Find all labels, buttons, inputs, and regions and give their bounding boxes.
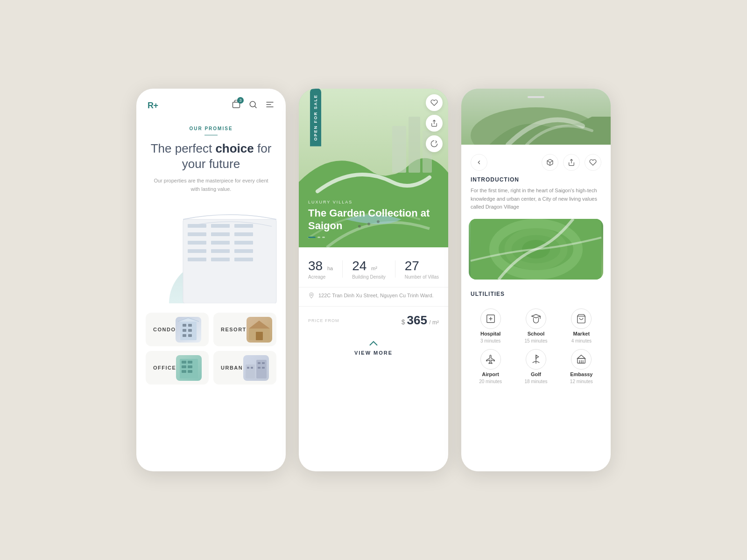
phone1-header: R+ 3 — [136, 89, 286, 117]
cube-icon — [546, 159, 554, 166]
menu-button[interactable] — [265, 101, 275, 110]
acreage-label: Acreage — [308, 274, 333, 280]
3d-view-button[interactable] — [426, 135, 443, 152]
utilities-section: ULTILITIES — [461, 285, 611, 305]
property-address: 122C Tran Dinh Xu Street, Nguyen Cu Trin… — [299, 287, 448, 306]
favorite-button[interactable] — [426, 94, 443, 111]
view-more-button[interactable]: VIEW MORE — [299, 334, 448, 361]
villas-value: 27 — [405, 259, 439, 273]
market-icon — [571, 308, 592, 329]
promise-line — [204, 135, 218, 135]
menu-icon — [265, 101, 275, 108]
utility-school: School 15 minutes — [516, 308, 556, 343]
introduction-section: INTRODUCTION For the first time, right i… — [461, 171, 611, 215]
phone3-share-button[interactable] — [563, 154, 580, 171]
svg-marker-29 — [249, 321, 270, 329]
svg-rect-8 — [234, 224, 253, 228]
phone3-3d-button[interactable] — [542, 154, 558, 171]
cart-badge: 3 — [237, 97, 244, 104]
description: Our properties are the masterpiece for e… — [150, 177, 272, 193]
hospital-icon — [480, 308, 501, 329]
app-logo: R+ — [148, 101, 158, 111]
hero-image-area — [136, 201, 286, 303]
svg-rect-13 — [211, 241, 230, 245]
svg-rect-43 — [262, 362, 265, 364]
svg-rect-22 — [183, 324, 186, 327]
svg-rect-16 — [211, 249, 230, 253]
address-text: 122C Tran Dinh Xu Street, Nguyen Cu Trin… — [318, 293, 434, 298]
svg-rect-20 — [234, 258, 253, 261]
embassy-icon — [571, 349, 592, 370]
search-button[interactable] — [248, 100, 258, 111]
phone3-nav — [461, 145, 611, 171]
svg-rect-53 — [409, 117, 420, 173]
search-icon — [248, 100, 258, 109]
category-office[interactable]: OFFICE — [146, 351, 209, 385]
market-time: 4 minutes — [571, 338, 592, 343]
svg-rect-18 — [188, 258, 206, 261]
category-condo[interactable]: CONDO — [146, 313, 209, 346]
phone3-favorite-button[interactable] — [585, 154, 601, 171]
svg-rect-25 — [188, 329, 192, 332]
svg-rect-34 — [182, 365, 186, 368]
svg-rect-36 — [182, 370, 186, 373]
urban-thumb — [243, 355, 269, 381]
svg-rect-40 — [247, 367, 249, 369]
utilities-grid: Hospital 3 minutes School 15 minutes — [461, 305, 611, 392]
hero-action-buttons — [426, 94, 443, 152]
phone-2: OPEN FOR SALE — [299, 89, 448, 471]
svg-point-1 — [250, 101, 255, 107]
utility-embassy: Embassy 12 minutes — [562, 349, 601, 384]
office-label: OFFICE — [153, 365, 176, 371]
category-urban[interactable]: URBAN — [213, 351, 276, 385]
rotate-icon — [430, 140, 438, 147]
stat-villas: 27 Number of Villas — [405, 259, 439, 280]
phone3-header-image — [461, 89, 611, 145]
view-more-label: VIEW MORE — [354, 350, 393, 356]
golf-time: 18 minutes — [525, 379, 548, 384]
svg-rect-14 — [234, 241, 253, 245]
acreage-value: 38 ha — [308, 259, 333, 273]
svg-rect-32 — [182, 361, 186, 364]
dot-active — [308, 237, 316, 238]
price-value: 365 — [407, 313, 427, 327]
stat-density: 24 m² Building Density — [352, 259, 386, 280]
utility-golf: Golf 18 minutes — [516, 349, 556, 384]
heart-icon — [430, 99, 438, 106]
condo-label: CONDO — [153, 327, 176, 332]
cart-button[interactable]: 3 — [232, 100, 241, 111]
back-button[interactable] — [471, 154, 487, 171]
back-arrow-icon — [476, 159, 482, 166]
svg-rect-38 — [246, 364, 255, 378]
location-icon — [308, 292, 315, 299]
heart-outline-icon — [589, 159, 597, 166]
hero-section: OUR PROMISE The perfect choice foryour f… — [136, 117, 286, 201]
stat-acreage: 38 ha Acreage — [308, 259, 333, 280]
carousel-dots — [308, 237, 448, 238]
office-icon — [176, 355, 202, 381]
category-resort[interactable]: RESORT — [213, 313, 276, 346]
svg-rect-30 — [256, 332, 263, 340]
hero-text: LUXURY VILLAS The Garden Collection at S… — [308, 200, 448, 238]
dot-1 — [317, 237, 320, 238]
svg-rect-44 — [258, 367, 261, 369]
chevron-up-icon — [369, 340, 378, 348]
property-category: LUXURY VILLAS — [308, 200, 448, 204]
headline: The perfect choice foryour future — [150, 141, 272, 171]
svg-rect-35 — [188, 365, 192, 368]
urban-label: URBAN — [221, 365, 243, 371]
golf-name: Golf — [531, 371, 541, 377]
share-button[interactable] — [426, 115, 443, 132]
embassy-time: 12 minutes — [570, 379, 593, 384]
svg-rect-24 — [183, 329, 186, 332]
airport-time: 20 minutes — [479, 379, 502, 384]
condo-thumb — [176, 317, 201, 343]
svg-rect-37 — [188, 370, 192, 373]
market-name: Market — [573, 331, 590, 336]
phone-1: R+ 3 — [136, 89, 286, 471]
dot-2 — [322, 237, 325, 238]
price-row: PRICE FROM $ 365 / m² — [299, 306, 448, 334]
building-illustration — [174, 210, 286, 303]
share-icon — [430, 119, 438, 127]
phone3-action-buttons — [542, 154, 601, 171]
